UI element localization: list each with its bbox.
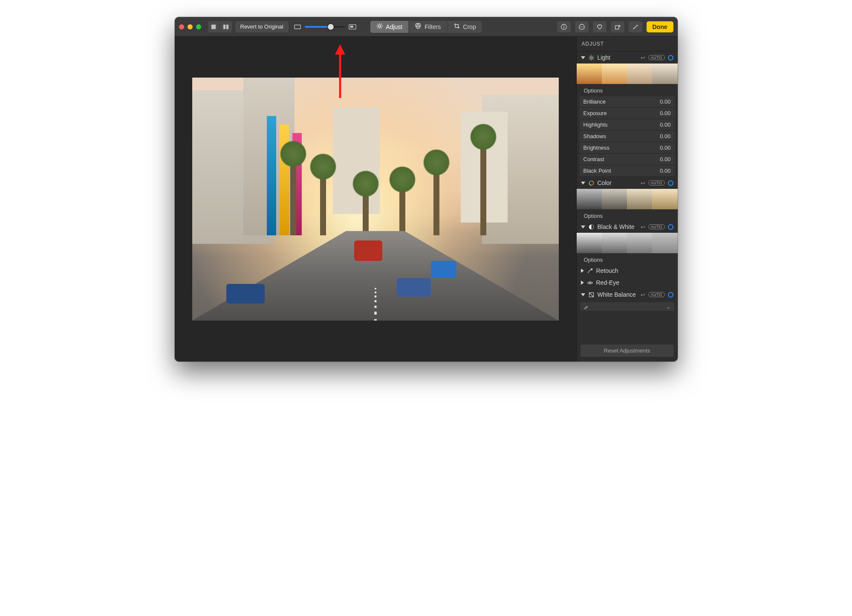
eyedropper-icon [583, 304, 589, 309]
light-slider-row[interactable]: Brilliance0.00 [579, 96, 675, 107]
light-slider-row[interactable]: Exposure0.00 [579, 108, 675, 119]
slider-label: Brightness [583, 145, 609, 151]
zoom-slider-fill [305, 26, 331, 28]
panel-wb-header[interactable]: White Balance ↩︎ AUTO [577, 289, 678, 301]
light-slider-row[interactable]: Shadows0.00 [579, 131, 675, 142]
auto-badge[interactable]: AUTO [648, 292, 665, 297]
photo-canvas[interactable] [175, 37, 576, 362]
window-traffic-lights [179, 24, 201, 29]
svg-line-12 [381, 28, 381, 28]
edited-photo [192, 78, 559, 321]
reset-adjustments-button[interactable]: Reset Adjustments [580, 344, 674, 357]
bw-icon [588, 224, 595, 230]
minimize-window-button[interactable] [188, 24, 193, 29]
panel-light-header[interactable]: Light ↩︎ AUTO [577, 52, 678, 64]
options-label: Options [584, 213, 603, 219]
panel-bw-header[interactable]: Black & White ↩︎ AUTO [577, 221, 678, 233]
svg-line-32 [592, 59, 593, 59]
auto-enhance-button[interactable] [629, 21, 642, 32]
slider-label: Shadows [583, 133, 606, 139]
zoom-out-icon [294, 24, 301, 30]
auto-badge[interactable]: AUTO [648, 180, 665, 185]
undo-icon[interactable]: ↩︎ [641, 224, 645, 230]
view-mode-segmented[interactable] [208, 21, 232, 32]
compare-view-button[interactable] [220, 21, 232, 32]
zoom-slider-thumb[interactable] [328, 24, 334, 30]
svg-rect-0 [211, 24, 216, 29]
wb-mode-popup[interactable]: ⌄ [580, 302, 674, 311]
adjust-inspector: ADJUST Light ↩︎ AUTO Options [576, 37, 678, 362]
tab-crop[interactable]: Crop [447, 21, 482, 33]
undo-icon[interactable]: ↩︎ [641, 55, 645, 61]
panel-color-label: Color [598, 179, 638, 186]
svg-line-11 [377, 24, 378, 24]
tab-filters-label: Filters [425, 23, 441, 30]
enable-ring-icon[interactable] [668, 180, 673, 186]
revert-to-original-button[interactable]: Revert to Original [235, 21, 289, 32]
enable-ring-icon[interactable] [668, 224, 673, 230]
disclosure-triangle-icon [581, 182, 585, 185]
disclosure-triangle-icon [581, 281, 584, 285]
inspector-title: ADJUST [577, 37, 678, 52]
revert-to-original-label: Revert to Original [240, 23, 283, 30]
info-button[interactable] [557, 21, 571, 32]
rotate-icon [614, 23, 621, 30]
auto-badge[interactable]: AUTO [648, 55, 665, 60]
light-thumbnails[interactable] [577, 64, 678, 86]
undo-icon[interactable]: ↩︎ [641, 292, 645, 298]
light-sliders: Brilliance0.00Exposure0.00Highlights0.00… [577, 96, 678, 176]
favorite-button[interactable] [593, 21, 607, 32]
light-slider-row[interactable]: Brightness0.00 [579, 142, 675, 153]
options-label: Options [584, 257, 603, 263]
fullscreen-window-button[interactable] [196, 24, 201, 29]
rotate-button[interactable] [611, 21, 624, 32]
color-thumbnails[interactable] [577, 189, 678, 211]
slider-label: Black Point [583, 168, 611, 174]
tab-adjust[interactable]: Adjust [370, 21, 409, 33]
panel-light-label: Light [598, 54, 638, 61]
heart-icon [596, 23, 603, 30]
svg-point-42 [589, 282, 590, 283]
svg-point-26 [590, 57, 592, 59]
color-options-header[interactable]: Options [577, 211, 678, 221]
light-slider-row[interactable]: Contrast0.00 [579, 154, 675, 165]
svg-rect-1 [223, 24, 225, 29]
tab-filters[interactable]: Filters [409, 21, 447, 33]
svg-line-33 [592, 56, 593, 56]
disclosure-triangle-icon [581, 56, 585, 59]
light-slider-row[interactable]: Black Point0.00 [579, 165, 675, 176]
info-icon [560, 23, 567, 30]
slider-value: 0.00 [660, 133, 670, 139]
zoom-slider[interactable] [305, 26, 345, 28]
inspector-scroll[interactable]: Light ↩︎ AUTO Options Brilliance0.00Expo… [577, 52, 678, 341]
more-button[interactable] [575, 21, 589, 32]
enable-ring-icon[interactable] [668, 55, 673, 61]
single-view-button[interactable] [208, 21, 220, 32]
light-slider-row[interactable]: Highlights0.00 [579, 119, 675, 130]
panel-redeye-header[interactable]: Red-Eye [577, 277, 678, 289]
svg-rect-20 [563, 26, 564, 28]
close-window-button[interactable] [179, 24, 184, 29]
light-options-header[interactable]: Options [577, 86, 678, 95]
white-balance-icon [588, 292, 595, 298]
slider-value: 0.00 [660, 110, 670, 116]
done-label: Done [653, 23, 667, 30]
slider-label: Exposure [583, 110, 607, 116]
auto-badge[interactable]: AUTO [648, 224, 665, 229]
slider-label: Highlights [583, 121, 608, 128]
panel-color-header[interactable]: Color ↩︎ AUTO [577, 177, 678, 189]
undo-icon[interactable]: ↩︎ [641, 180, 645, 186]
photos-edit-window: Revert to Original Adjust [175, 17, 678, 362]
bw-options-header[interactable]: Options [577, 255, 678, 265]
toolbar: Revert to Original Adjust [175, 17, 678, 37]
enable-ring-icon[interactable] [668, 292, 673, 298]
svg-rect-2 [226, 24, 228, 29]
bw-thumbnails[interactable] [577, 233, 678, 255]
slider-value: 0.00 [660, 145, 670, 151]
eye-icon [587, 280, 593, 286]
panel-retouch-header[interactable]: Retouch [577, 265, 678, 277]
retouch-icon [587, 268, 593, 274]
done-button[interactable]: Done [647, 21, 673, 32]
svg-rect-5 [350, 26, 353, 28]
disclosure-triangle-icon [581, 269, 584, 273]
